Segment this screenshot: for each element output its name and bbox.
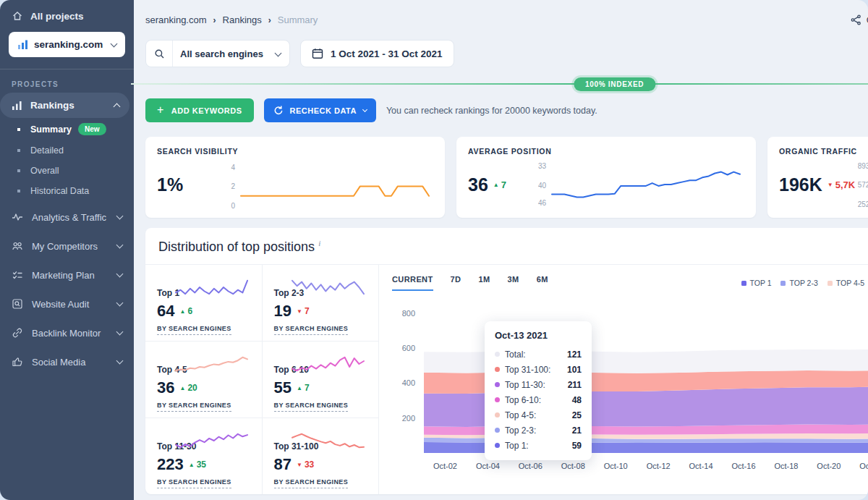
- chevron-down-icon: [362, 107, 367, 112]
- svg-text:Oct-02: Oct-02: [433, 462, 457, 470]
- chevron-up-icon: [114, 103, 121, 111]
- breadcrumb: seranking.com › Rankings › Summary: [145, 14, 318, 25]
- search-engines-select[interactable]: All search engines: [145, 40, 290, 67]
- svg-text:200: 200: [402, 414, 415, 423]
- svg-text:Oct-18: Oct-18: [774, 462, 798, 470]
- guest-link-button[interactable]: Guest link: [851, 14, 868, 25]
- sidebar-item-my-competitors[interactable]: My Competitors: [0, 233, 134, 259]
- info-icon[interactable]: i: [318, 239, 320, 247]
- top6-10-card: Top 6-10 55▲7 BY SEARCH ENGINES: [262, 342, 379, 418]
- tooltip-row: Top 4-5:25: [495, 407, 582, 423]
- legend-item[interactable]: TOP 2-3: [780, 279, 817, 287]
- by-search-engines-link[interactable]: BY SEARCH ENGINES: [274, 402, 349, 412]
- series-dot: [495, 443, 500, 448]
- average-position-card: AVERAGE POSITION 36 ▲7 334046: [456, 137, 756, 218]
- sidebar-item-backlink-monitor[interactable]: Backlink Monitor: [0, 320, 134, 346]
- distribution-chart-zone: CURRENT 7D 1M 3M 6M TOP 1TOP 2-3TOP 4-5T…: [378, 265, 868, 494]
- average-position-sparkline: 334046: [527, 158, 744, 211]
- sidebar-item-website-audit[interactable]: Website Audit: [0, 291, 134, 317]
- add-keywords-button[interactable]: + ADD KEYWORDS: [145, 98, 254, 122]
- sidebar-item-analytics-traffic[interactable]: Analytics & Traffic: [0, 204, 134, 230]
- arrow-up-icon: ▲: [179, 385, 185, 391]
- breadcrumb-current: Summary: [278, 14, 318, 25]
- tab-current[interactable]: CURRENT: [392, 275, 433, 291]
- sidebar-item-summary[interactable]: Summary New: [0, 118, 134, 140]
- sidebar-item-marketing-plan[interactable]: Marketing Plan: [0, 262, 134, 288]
- sidebar-item-historical-data[interactable]: Historical Data: [0, 181, 134, 201]
- svg-text:Oct-12: Oct-12: [647, 462, 671, 470]
- arrow-up-icon: ▲: [179, 308, 185, 315]
- arrow-down-icon: ▼: [297, 308, 302, 315]
- tooltip-rows: Total:121Top 31-100:101Top 11-30:211Top …: [495, 347, 582, 453]
- tab-1m[interactable]: 1M: [478, 275, 490, 291]
- legend-item[interactable]: TOP 1: [741, 279, 772, 287]
- svg-text:Oct-10: Oct-10: [604, 462, 628, 470]
- by-search-engines-link[interactable]: BY SEARCH ENGINES: [274, 325, 349, 335]
- recheck-data-button[interactable]: RECHECK DATA: [264, 98, 376, 122]
- projects-section-label: PROJECTS: [12, 80, 122, 88]
- sidebar-item-overall[interactable]: Overall: [0, 161, 134, 181]
- recheck-info-text: You can recheck rankings for 20000 keywo…: [386, 106, 597, 116]
- competitors-icon: [12, 240, 23, 252]
- by-search-engines-link[interactable]: BY SEARCH ENGINES: [157, 478, 231, 488]
- tab-3m[interactable]: 3M: [508, 275, 519, 291]
- by-search-engines-link[interactable]: BY SEARCH ENGINES: [274, 478, 349, 488]
- svg-text:46: 46: [538, 199, 547, 207]
- analytics-icon: [12, 211, 23, 223]
- all-projects-link[interactable]: All projects: [0, 0, 134, 29]
- series-dot: [495, 367, 500, 372]
- delta-down-badge: ▼5,7K: [827, 179, 855, 190]
- tab-6m[interactable]: 6M: [537, 275, 548, 291]
- app-window: All projects seranking.com PROJECTS Rank…: [0, 0, 868, 500]
- sidebar-item-rankings[interactable]: Rankings: [0, 93, 129, 118]
- svg-text:33: 33: [538, 162, 547, 170]
- breadcrumb-project[interactable]: seranking.com: [145, 14, 207, 25]
- breadcrumb-rankings[interactable]: Rankings: [223, 14, 262, 25]
- chevron-down-icon: [116, 242, 124, 249]
- legend-swatch: [827, 281, 833, 286]
- sidebar-item-detailed[interactable]: Detailed: [0, 140, 134, 161]
- svg-text:Oct-20: Oct-20: [817, 462, 841, 470]
- series-dot: [495, 428, 500, 433]
- by-search-engines-link[interactable]: BY SEARCH ENGINES: [157, 325, 231, 335]
- tab-7d[interactable]: 7D: [451, 275, 461, 291]
- chevron-down-icon: [111, 40, 118, 47]
- stats-row: SEARCH VISIBILITY 1% 420 AVERAGE POSITIO…: [145, 137, 868, 218]
- series-dot: [495, 412, 500, 418]
- legend-item[interactable]: TOP 4-5: [827, 279, 864, 287]
- tooltip-row: Top 31-100:101: [495, 362, 582, 377]
- svg-text:8930: 8930: [858, 162, 868, 170]
- search-visibility-card: SEARCH VISIBILITY 1% 420: [145, 137, 445, 218]
- top31-100-sparkline: [290, 427, 368, 454]
- arrow-up-icon: ▲: [297, 385, 302, 391]
- sidebar-item-social-media[interactable]: Social Media: [0, 349, 134, 375]
- tooltip-row: Top 11-30:211: [495, 377, 582, 392]
- top4-5-sparkline: [174, 350, 252, 378]
- svg-text:Oct-22: Oct-22: [859, 462, 868, 470]
- svg-text:40: 40: [538, 182, 547, 190]
- svg-text:2: 2: [231, 182, 235, 190]
- date-range-picker[interactable]: 1 Oct 2021 - 31 Oct 2021: [300, 40, 454, 67]
- svg-text:5728: 5728: [858, 181, 868, 189]
- filters-row: All search engines 1 Oct 2021 - 31 Oct 2…: [145, 40, 868, 67]
- by-search-engines-link[interactable]: BY SEARCH ENGINES: [157, 402, 231, 412]
- top1-card: Top 1 64▲6 BY SEARCH ENGINES: [145, 265, 262, 341]
- top11-30-card: Top 11-30 223▲35 BY SEARCH ENGINES: [145, 418, 262, 494]
- legend-swatch: [780, 281, 786, 286]
- home-icon: [12, 10, 23, 22]
- arrow-up-icon: ▲: [493, 182, 499, 188]
- organic-traffic-sparkline: 893057282525: [855, 158, 868, 211]
- bullet-icon: [17, 169, 20, 172]
- share-icon: [851, 14, 861, 25]
- delta-up-badge: ▲7: [493, 179, 506, 190]
- top6-10-sparkline: [290, 350, 368, 378]
- stacked-area-chart[interactable]: 200400600800Oct-02Oct-04Oct-06Oct-08Oct-…: [391, 294, 868, 475]
- search-visibility-value: 1%: [157, 174, 216, 195]
- chart-tooltip: Oct-13 2021 Total:121Top 31-100:101Top 1…: [485, 321, 592, 460]
- project-selector[interactable]: seranking.com: [9, 32, 125, 57]
- svg-text:800: 800: [402, 309, 415, 318]
- breadcrumb-separator: ›: [268, 15, 271, 25]
- top2-3-card: Top 2-3 19▼7 BY SEARCH ENGINES: [262, 265, 379, 341]
- tooltip-date: Oct-13 2021: [495, 330, 582, 341]
- plus-icon: +: [157, 103, 164, 116]
